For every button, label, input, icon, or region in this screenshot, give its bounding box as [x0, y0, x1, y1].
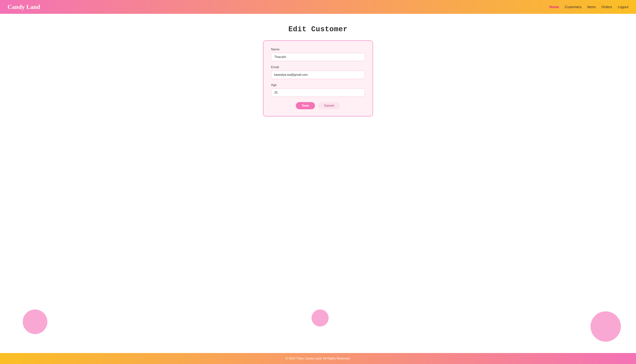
- header: Candy Land Home Customers Items Orders L…: [0, 0, 636, 14]
- nav-items[interactable]: Items: [587, 5, 596, 9]
- nav-logout[interactable]: Logout: [618, 5, 628, 9]
- form-actions: Save Cancel: [271, 102, 365, 109]
- decorative-circle-left: [23, 310, 47, 334]
- email-label: Email: [271, 65, 365, 69]
- name-field-group: Name: [271, 48, 365, 61]
- cancel-button[interactable]: Cancel: [318, 102, 340, 109]
- save-button[interactable]: Save: [296, 102, 315, 109]
- main-content: Edit Customer Name Email Age Save Cancel: [0, 14, 636, 353]
- age-field-group: Age: [271, 83, 365, 97]
- brand-title: Candy Land: [8, 4, 40, 10]
- nav-customers[interactable]: Customers: [565, 5, 582, 9]
- email-field-group: Email: [271, 65, 365, 79]
- name-label: Name: [271, 48, 365, 51]
- name-input[interactable]: [271, 53, 365, 61]
- decorative-circle-right: [590, 311, 621, 342]
- nav-home[interactable]: Home: [549, 5, 559, 9]
- email-input[interactable]: [271, 71, 365, 79]
- age-input[interactable]: [271, 88, 365, 97]
- nav-orders[interactable]: Orders: [601, 5, 612, 9]
- edit-customer-form-card: Name Email Age Save Cancel: [263, 40, 373, 116]
- page-title: Edit Customer: [288, 25, 348, 34]
- age-label: Age: [271, 83, 365, 87]
- footer-text: © 2024 Tharu Candy Land. All Rights Rese…: [4, 357, 632, 360]
- nav: Home Customers Items Orders Logout: [549, 5, 628, 9]
- footer: © 2024 Tharu Candy Land. All Rights Rese…: [0, 353, 636, 364]
- decorative-circle-center: [312, 310, 329, 326]
